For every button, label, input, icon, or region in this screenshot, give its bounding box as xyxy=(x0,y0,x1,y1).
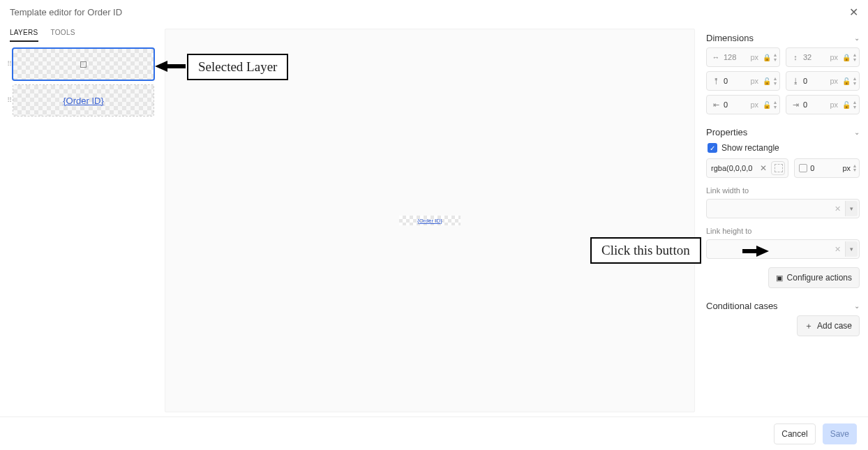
layer-thumbnail-rectangle[interactable] xyxy=(13,49,154,80)
stepper-icon[interactable]: ▴▾ xyxy=(774,77,777,86)
inspector-panel: Dimensions ⌄ ↔ 128 px 🔒 ▴▾ ↕ 32 px 🔒 ▴▾ xyxy=(699,24,868,417)
window-title: Template editor for Order ID xyxy=(10,7,122,17)
color-swatch[interactable] xyxy=(771,161,785,175)
padding-top-icon: ⭱ xyxy=(711,77,721,85)
canvas[interactable]: {Order ID} xyxy=(165,29,695,412)
tab-tools[interactable]: TOOLS xyxy=(51,29,75,42)
section-conditional-header[interactable]: Conditional cases ⌄ xyxy=(706,301,860,311)
padding-left-icon: ⇤ xyxy=(711,100,721,110)
unit-label: px xyxy=(830,53,838,61)
chevron-down-icon: ⌄ xyxy=(854,302,860,310)
cancel-button[interactable]: Cancel xyxy=(774,423,815,444)
padding-top-input[interactable]: ⭱ 0 px 🔓 ▴▾ xyxy=(706,71,780,91)
unlock-icon[interactable]: 🔓 xyxy=(763,77,771,85)
tab-layers[interactable]: LAYERS xyxy=(10,29,38,42)
border-icon xyxy=(799,164,807,172)
height-input[interactable]: ↕ 32 px 🔒 ▴▾ xyxy=(786,47,860,67)
configure-actions-label: Configure actions xyxy=(787,273,852,283)
padding-bottom-input[interactable]: ⭳ 0 px 🔓 ▴▾ xyxy=(786,71,860,91)
chevron-down-icon: ⌄ xyxy=(854,34,860,42)
padding-bottom-icon: ⭳ xyxy=(791,77,800,85)
link-height-select[interactable]: ✕ ▾ xyxy=(706,239,860,259)
section-dimensions-header[interactable]: Dimensions ⌄ xyxy=(706,33,860,43)
width-input[interactable]: ↔ 128 px 🔒 ▴▾ xyxy=(706,47,780,67)
layer-list: ⠿ ⠿ {Order ID} xyxy=(7,49,154,116)
unlock-icon[interactable]: 🔓 xyxy=(763,101,771,109)
layer-row: ⠿ {Order ID} xyxy=(7,85,154,116)
unit-label: px xyxy=(750,53,758,61)
stepper-icon[interactable]: ▴▾ xyxy=(853,164,856,172)
layer-link-label: {Order ID} xyxy=(63,96,104,106)
padding-right-icon: ⇥ xyxy=(791,100,800,110)
chevron-down-icon[interactable]: ▾ xyxy=(845,241,858,257)
height-value: 32 xyxy=(803,53,827,61)
editor-body: LAYERS TOOLS ⠿ ⠿ {Order ID} xyxy=(0,24,868,417)
add-case-label: Add case xyxy=(817,321,852,331)
border-width-input[interactable]: 0 px ▴▾ xyxy=(794,158,860,178)
show-rectangle-checkbox[interactable]: ✓ Show rectangle xyxy=(706,142,860,154)
height-icon: ↕ xyxy=(791,53,800,61)
add-case-button[interactable]: ＋ Add case xyxy=(797,315,860,336)
stepper-icon[interactable]: ▴▾ xyxy=(853,53,856,62)
rectangle-icon xyxy=(80,61,87,68)
layer-thumbnail-link[interactable]: {Order ID} xyxy=(13,85,154,116)
unit-label: px xyxy=(842,164,851,172)
configure-actions-button[interactable]: ▣ Configure actions xyxy=(768,267,860,288)
drag-handle-icon[interactable]: ⠿ xyxy=(7,98,10,103)
canvas-placeholder-object[interactable]: {Order ID} xyxy=(399,216,461,225)
unlock-icon[interactable]: 🔓 xyxy=(842,77,851,85)
save-button[interactable]: Save xyxy=(823,423,857,444)
plus-icon: ＋ xyxy=(805,320,813,332)
layer-row: ⠿ xyxy=(7,49,154,80)
width-value: 128 xyxy=(724,53,747,61)
stepper-icon[interactable]: ▴▾ xyxy=(853,100,856,110)
padding-left-input[interactable]: ⇤ 0 px 🔓 ▴▾ xyxy=(706,95,780,114)
stepper-icon[interactable]: ▴▾ xyxy=(774,100,777,110)
section-properties-header[interactable]: Properties ⌄ xyxy=(706,127,860,137)
link-width-label: Link width to xyxy=(706,186,860,195)
clear-icon[interactable]: ✕ xyxy=(835,204,841,213)
play-square-icon: ▣ xyxy=(776,273,783,283)
canvas-placeholder-label: {Order ID} xyxy=(417,218,442,224)
lock-icon[interactable]: 🔒 xyxy=(763,54,771,61)
chevron-down-icon: ⌄ xyxy=(854,128,860,136)
checkbox-checked-icon: ✓ xyxy=(708,143,717,153)
footer: Cancel Save xyxy=(0,417,868,450)
template-editor-window: Template editor for Order ID ✕ LAYERS TO… xyxy=(0,0,868,450)
width-icon: ↔ xyxy=(711,53,721,61)
left-panel: LAYERS TOOLS ⠿ ⠿ {Order ID} xyxy=(0,24,160,417)
link-width-select[interactable]: ✕ ▾ xyxy=(706,199,860,218)
link-height-label: Link height to xyxy=(706,227,860,235)
clear-icon[interactable]: ✕ xyxy=(760,163,767,173)
lock-icon[interactable]: 🔒 xyxy=(842,54,851,61)
titlebar: Template editor for Order ID ✕ xyxy=(0,0,868,24)
chevron-down-icon[interactable]: ▾ xyxy=(845,201,858,216)
clear-icon[interactable]: ✕ xyxy=(835,245,841,254)
stepper-icon[interactable]: ▴▾ xyxy=(853,77,856,86)
stepper-icon[interactable]: ▴▾ xyxy=(774,53,777,62)
section-title: Properties xyxy=(706,127,747,137)
checkbox-label: Show rectangle xyxy=(721,143,779,153)
fill-color-input[interactable]: rgba(0,0,0,0 ✕ xyxy=(706,158,788,178)
drag-handle-icon[interactable]: ⠿ xyxy=(7,61,10,67)
fill-value: rgba(0,0,0,0 xyxy=(711,164,757,172)
close-button[interactable]: ✕ xyxy=(849,6,858,19)
unlock-icon[interactable]: 🔓 xyxy=(842,101,851,109)
left-tabs: LAYERS TOOLS xyxy=(7,24,154,42)
section-title: Dimensions xyxy=(706,33,754,43)
border-width-value: 0 xyxy=(810,164,839,172)
padding-right-input[interactable]: ⇥ 0 px 🔓 ▴▾ xyxy=(786,95,860,114)
section-title: Conditional cases xyxy=(706,301,778,311)
